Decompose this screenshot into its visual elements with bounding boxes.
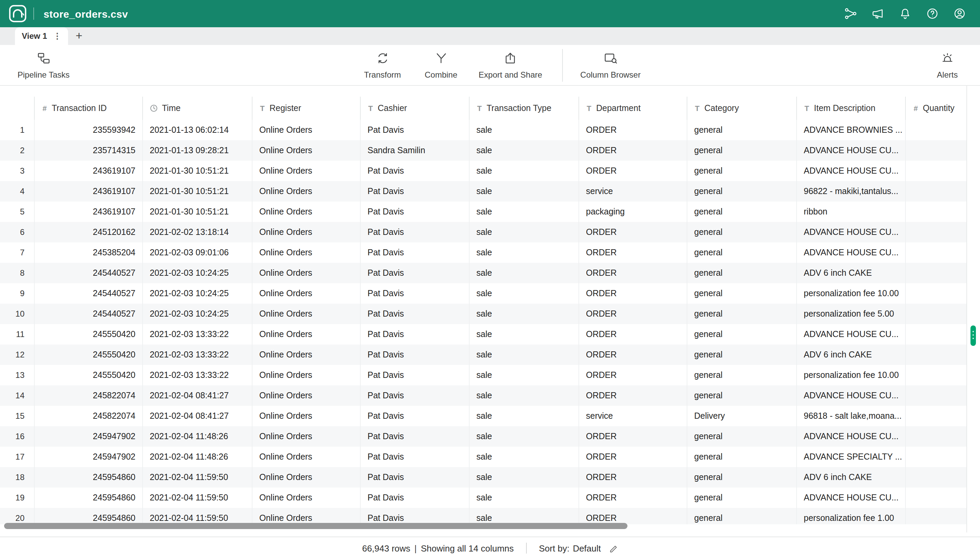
cell-time[interactable]: 2021-02-03 10:24:25 [142,263,252,283]
cell-transaction-id[interactable]: 245954860 [34,508,142,524]
cell-department[interactable]: ORDER [579,508,687,524]
cell-time[interactable]: 2021-02-04 08:41:27 [142,406,252,426]
cell-time[interactable]: 2021-02-04 11:48:26 [142,426,252,447]
cell-register[interactable]: Online Orders [252,508,360,524]
column-header-category[interactable]: TCategory [687,97,796,120]
account-icon[interactable] [953,7,967,20]
cell-category[interactable]: general [687,508,796,524]
cell-quantity[interactable] [905,242,967,263]
cell-transaction-type[interactable]: sale [469,202,579,222]
cell-register[interactable]: Online Orders [252,385,360,406]
cell-transaction-type[interactable]: sale [469,365,579,385]
cell-transaction-type[interactable]: sale [469,283,579,304]
cell-cashier[interactable]: Pat Davis [360,467,469,488]
cell-department[interactable]: service [579,181,687,202]
column-header-item-description[interactable]: TItem Description [796,97,905,120]
cell-category[interactable]: general [687,365,796,385]
cell-quantity[interactable] [905,324,967,344]
cell-department[interactable]: ORDER [579,120,687,140]
row-number[interactable]: 2 [0,140,34,161]
cell-transaction-type[interactable]: sale [469,488,579,508]
cell-department[interactable]: ORDER [579,140,687,161]
cell-transaction-id[interactable]: 245385204 [34,242,142,263]
cell-time[interactable]: 2021-02-03 13:33:22 [142,324,252,344]
row-number[interactable]: 10 [0,304,34,324]
cell-cashier[interactable]: Pat Davis [360,120,469,140]
cell-time[interactable]: 2021-02-03 10:24:25 [142,283,252,304]
cell-category[interactable]: general [687,324,796,344]
column-header-time[interactable]: Time [142,97,252,120]
cell-item-description[interactable]: ADV 6 inch CAKE [796,344,905,365]
cell-register[interactable]: Online Orders [252,344,360,365]
cell-transaction-id[interactable]: 245440527 [34,304,142,324]
cell-time[interactable]: 2021-01-13 06:02:14 [142,120,252,140]
cell-cashier[interactable]: Sandra Samilin [360,140,469,161]
cell-transaction-id[interactable]: 245550420 [34,324,142,344]
cell-time[interactable]: 2021-02-04 11:48:26 [142,447,252,467]
cell-transaction-id[interactable]: 245120162 [34,222,142,242]
row-number[interactable]: 11 [0,324,34,344]
export-share-button[interactable]: Export and Share [479,51,543,79]
cell-time[interactable]: 2021-02-03 13:33:22 [142,344,252,365]
cell-department[interactable]: packaging [579,202,687,222]
add-view-button[interactable]: + [68,27,90,45]
cell-item-description[interactable]: ADVANCE SPECIALTY ... [796,447,905,467]
cell-category[interactable]: general [687,222,796,242]
cell-category[interactable]: general [687,447,796,467]
row-number[interactable]: 6 [0,222,34,242]
horizontal-scrollbar-thumb[interactable] [4,523,627,529]
cell-quantity[interactable] [905,181,967,202]
cell-time[interactable]: 2021-01-30 10:51:21 [142,202,252,222]
cell-cashier[interactable]: Pat Davis [360,488,469,508]
cell-transaction-type[interactable]: sale [469,406,579,426]
cell-category[interactable]: general [687,242,796,263]
cell-time[interactable]: 2021-02-02 13:18:14 [142,222,252,242]
cell-department[interactable]: ORDER [579,304,687,324]
cell-transaction-id[interactable]: 245550420 [34,344,142,365]
cell-quantity[interactable] [905,283,967,304]
announcements-icon[interactable] [871,7,885,20]
cell-quantity[interactable] [905,263,967,283]
cell-category[interactable]: general [687,202,796,222]
cell-quantity[interactable] [905,447,967,467]
cell-item-description[interactable]: personalization fee 1.00 [796,508,905,524]
cell-quantity[interactable] [905,202,967,222]
cell-transaction-id[interactable]: 245947902 [34,447,142,467]
cell-department[interactable]: ORDER [579,242,687,263]
cell-item-description[interactable]: ADVANCE HOUSE CU... [796,324,905,344]
cell-category[interactable]: general [687,120,796,140]
cell-category[interactable]: general [687,181,796,202]
vertical-scrollbar-track[interactable] [967,86,980,533]
cell-cashier[interactable]: Pat Davis [360,283,469,304]
cell-cashier[interactable]: Pat Davis [360,426,469,447]
cell-time[interactable]: 2021-01-30 10:51:21 [142,161,252,181]
cell-transaction-id[interactable]: 235714315 [34,140,142,161]
cell-register[interactable]: Online Orders [252,304,360,324]
cell-item-description[interactable]: ADVANCE BROWNIES ... [796,120,905,140]
cell-quantity[interactable] [905,426,967,447]
cell-cashier[interactable]: Pat Davis [360,406,469,426]
row-number[interactable]: 18 [0,467,34,488]
cell-register[interactable]: Online Orders [252,488,360,508]
cell-cashier[interactable]: Pat Davis [360,365,469,385]
cell-cashier[interactable]: Pat Davis [360,385,469,406]
cell-cashier[interactable]: Pat Davis [360,242,469,263]
combine-button[interactable]: Combine [425,51,457,79]
cell-department[interactable]: ORDER [579,324,687,344]
cell-cashier[interactable]: Pat Davis [360,263,469,283]
cell-transaction-id[interactable]: 245550420 [34,365,142,385]
cell-category[interactable]: general [687,263,796,283]
column-header-register[interactable]: TRegister [252,97,360,120]
cell-transaction-type[interactable]: sale [469,508,579,524]
cell-register[interactable]: Online Orders [252,365,360,385]
tab-menu-icon[interactable]: ⋮ [53,32,61,40]
cell-department[interactable]: service [579,406,687,426]
cell-transaction-type[interactable]: sale [469,467,579,488]
cell-time[interactable]: 2021-02-04 11:59:50 [142,488,252,508]
cell-item-description[interactable]: 96818 - salt lake,moana... [796,406,905,426]
cell-cashier[interactable]: Pat Davis [360,344,469,365]
cell-cashier[interactable]: Pat Davis [360,508,469,524]
cell-item-description[interactable]: ADVANCE HOUSE CU... [796,385,905,406]
cell-transaction-id[interactable]: 245440527 [34,283,142,304]
row-number[interactable]: 16 [0,426,34,447]
